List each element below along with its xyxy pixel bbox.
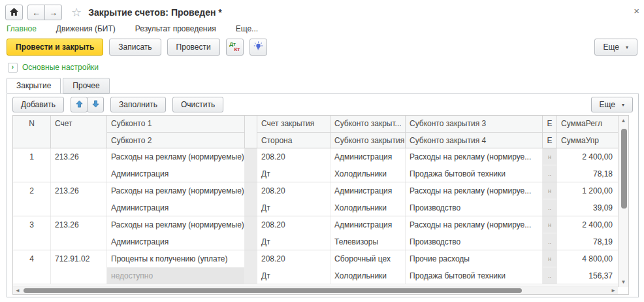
column-header-e2: Е: [543, 132, 556, 148]
table-row[interactable]: 1 213.26 Расходы на рекламу (нормируемые…: [13, 148, 618, 182]
cell-e1: н: [543, 216, 556, 233]
cell-close-subconto2: Холодильники: [330, 165, 405, 182]
cell-e2: ..: [543, 233, 556, 250]
cell-e1: н: [543, 182, 556, 199]
cell-close-subconto2: Телевизоры: [330, 233, 405, 250]
horizontal-scroll-thumb[interactable]: [24, 288, 522, 293]
cell-subconto2: Администрация: [107, 233, 244, 250]
fill-button[interactable]: Заполнить: [110, 97, 166, 112]
post-button[interactable]: Провести: [167, 39, 220, 56]
column-header-close-subconto3: Субконто закрытия 3: [406, 116, 542, 132]
column-header-close-subconto1: Субконто закрыт...: [330, 116, 405, 132]
move-down-button[interactable]: [87, 97, 104, 112]
cell-close-subconto3: Расходы на рекламу (нормируе...: [406, 148, 542, 165]
move-up-button[interactable]: [71, 97, 88, 112]
cell-spacer: [245, 148, 257, 182]
table-row[interactable]: 3 213.26 Расходы на рекламу (нормируемые…: [13, 216, 618, 250]
cell-subconto1: Расходы на рекламу (нормируемые): [107, 216, 244, 233]
cell-subconto1: Проценты к получению (уплате): [107, 250, 244, 267]
add-row-button[interactable]: Добавить: [12, 97, 64, 112]
document-window: ← → ☆ Закрытие счетов: Проведен * × Глав…: [0, 0, 644, 302]
cell-sum-regl: 4 800,00: [557, 250, 618, 267]
cell-side: Дт: [257, 199, 330, 216]
tab-prochee[interactable]: Прочее: [63, 78, 109, 93]
menu-item-glavnoe[interactable]: Главное: [7, 24, 37, 33]
scroll-up-icon[interactable]: ▲: [619, 116, 628, 125]
cell-sum-upr: 156,37: [557, 267, 618, 284]
page-title: Закрытие счетов: Проведен *: [88, 7, 222, 18]
cell-spacer: [245, 250, 257, 284]
horizontal-scrollbar[interactable]: ◄ ►: [13, 286, 618, 294]
home-button[interactable]: [5, 5, 23, 20]
cell-n: 2: [13, 182, 50, 199]
arrow-right-icon: →: [49, 8, 57, 18]
cell-subconto2: Администрация: [107, 165, 244, 182]
show-postings-button[interactable]: Дт Кт: [226, 39, 244, 56]
cell-side: Дт: [257, 165, 330, 182]
cell-e2: ..: [543, 199, 556, 216]
closing-table: N Счет Субконто 1 Субконто 2 Счет закрыт…: [12, 115, 629, 295]
arrow-up-icon: [76, 100, 83, 110]
cell-sum-upr: 39,09: [557, 199, 618, 216]
forward-button[interactable]: →: [44, 5, 62, 20]
column-header-account: Счет: [51, 116, 106, 132]
cell-n: 1: [13, 148, 50, 165]
cell-spacer: [245, 182, 257, 216]
vertical-scrollbar[interactable]: ▲ ▼: [618, 116, 628, 287]
tab-zakrytie[interactable]: Закрытие: [7, 78, 61, 93]
cell-subconto1: Расходы на рекламу (нормируемые): [107, 148, 244, 165]
cell-close-subconto4: Производство: [406, 199, 542, 216]
cell-sum-regl: 2 400,00: [557, 216, 618, 233]
cell-close-account: 208.20: [257, 216, 330, 233]
column-header-close-account: Счет закрытия: [257, 116, 330, 132]
cell-close-subconto1: Администрация: [330, 182, 405, 199]
scroll-down-icon[interactable]: ▼: [619, 278, 628, 286]
table-header: N Счет Субконто 1 Субконто 2 Счет закрыт…: [13, 116, 618, 148]
cell-close-subconto4: Продажа бытовой техники: [406, 267, 542, 284]
table-row[interactable]: 2 213.26 Расходы на рекламу (нормируемые…: [13, 182, 618, 216]
column-header-sum-regl: СуммаРегл: [557, 116, 618, 132]
vertical-scroll-thumb[interactable]: [621, 129, 627, 209]
cell-e1: н: [543, 250, 556, 267]
cell-side: Дт: [257, 267, 330, 284]
cell-close-subconto3: Расходы на рекламу (нормируе...: [406, 216, 542, 233]
post-and-close-button[interactable]: Провести и закрыть: [7, 39, 103, 56]
vertical-scroll-track[interactable]: [619, 125, 628, 278]
horizontal-scroll-track[interactable]: [22, 288, 609, 294]
main-settings-link[interactable]: Основные настройки: [22, 63, 99, 72]
cell-n: 3: [13, 216, 50, 233]
column-header-subconto1: Субконто 1: [107, 116, 244, 132]
column-header-side: Сторона: [257, 132, 330, 148]
grid-more-button[interactable]: Еще ▾: [591, 97, 633, 112]
tab-strip: Закрытие Прочее: [0, 76, 644, 93]
cell-account: 213.26: [51, 182, 106, 199]
menu-item-dvizheniya-bit[interactable]: Движения (БИТ): [56, 24, 116, 33]
expand-chevron-icon[interactable]: ›: [8, 63, 18, 73]
hint-button[interactable]: [250, 39, 267, 56]
favorite-star-icon[interactable]: ☆: [71, 7, 82, 18]
cell-close-subconto3: Прочие расходы: [406, 250, 542, 267]
cell-side: Дт: [257, 233, 330, 250]
settings-group: › Основные настройки: [0, 58, 644, 76]
table-body: 1 213.26 Расходы на рекламу (нормируемые…: [13, 148, 618, 286]
back-button[interactable]: ←: [27, 5, 45, 20]
column-header-e1: Е: [543, 116, 556, 132]
scroll-left-icon[interactable]: ◄: [13, 286, 22, 295]
menu-item-rezultat-provedeniya[interactable]: Результат проведения: [135, 24, 216, 33]
table-row[interactable]: 4 712.91.02 Проценты к получению (уплате…: [13, 250, 618, 284]
arrow-down-icon: [92, 100, 99, 110]
scroll-right-icon[interactable]: ►: [609, 286, 618, 295]
close-icon[interactable]: ×: [634, 6, 639, 16]
toolbar-more-button[interactable]: Еще ▾: [594, 39, 637, 56]
clear-button[interactable]: Очистить: [172, 97, 223, 112]
cell-account: 213.26: [51, 216, 106, 233]
cell-close-subconto4: Производство: [406, 233, 542, 250]
write-button[interactable]: Записать: [109, 39, 161, 56]
column-header-spacer: [245, 116, 257, 148]
cell-close-subconto1: Администрация: [330, 148, 405, 165]
column-header-subconto2: Субконто 2: [107, 132, 244, 148]
history-nav: ← →: [27, 5, 62, 20]
menu-item-more[interactable]: Еще...: [236, 24, 258, 33]
cell-close-account: 208.20: [257, 250, 330, 267]
tab-panel: Добавить Заполнить Очистить Еще ▾: [7, 93, 639, 297]
